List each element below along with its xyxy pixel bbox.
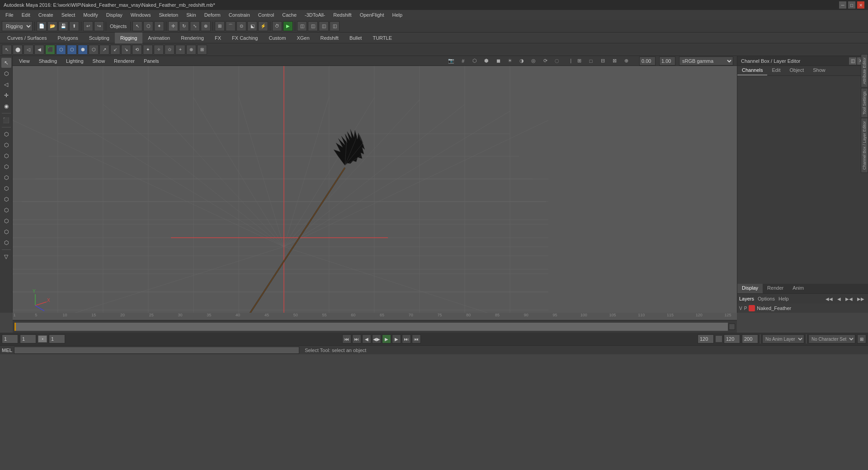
vp-wireframe-btn[interactable]: ⬡ (471, 57, 479, 65)
layer11-btn[interactable]: ⬡ (1, 238, 11, 248)
vp-region-btn[interactable]: ⊠ (610, 57, 618, 65)
menu-cache[interactable]: Cache (278, 11, 300, 19)
transport-go-end[interactable]: ⏮ (412, 334, 421, 343)
redo-button[interactable]: ↪ (94, 21, 104, 31)
lasso-tool-btn[interactable]: ⬡ (1, 69, 11, 79)
minimize-button[interactable]: ─ (839, 1, 846, 9)
current-frame-input[interactable] (20, 334, 36, 343)
end-frame-input[interactable] (698, 334, 714, 343)
tab-fx[interactable]: FX (209, 33, 226, 43)
vp-camera-btn[interactable]: 📷 (447, 57, 455, 65)
layer10-btn[interactable]: ⬡ (1, 227, 11, 237)
menu-create[interactable]: Create (35, 11, 57, 19)
snap-live-button[interactable]: ⚡ (258, 21, 268, 31)
timeline-track[interactable] (14, 323, 728, 331)
select-mode-button[interactable]: ↖ (132, 21, 142, 31)
shelf-tool14[interactable]: ✦ (143, 45, 153, 55)
rotate-tool-button[interactable]: ↻ (179, 21, 189, 31)
layer-ctrl-4[interactable]: ▶▶ (855, 296, 866, 302)
layer5-btn[interactable]: ⬡ (1, 173, 11, 183)
lasso-select-button[interactable]: ⬡ (143, 21, 153, 31)
render-button[interactable]: ▶ (283, 21, 293, 31)
vp-menu-lighting[interactable]: Lighting (63, 57, 86, 65)
vp-menu-show[interactable]: Show (90, 57, 108, 65)
snap-point-button[interactable]: ⊙ (236, 21, 246, 31)
tab-xgen[interactable]: XGen (291, 33, 315, 43)
vp-light-btn[interactable]: ☀ (506, 57, 514, 65)
move-tool-button[interactable]: ✛ (168, 21, 178, 31)
paint-select-button[interactable]: ✦ (154, 21, 164, 31)
save-file-button[interactable]: 💾 (58, 21, 68, 31)
mel-input[interactable] (14, 347, 299, 354)
vp-gamma-input[interactable] (659, 56, 675, 66)
shelf-tool11[interactable]: ↙ (110, 45, 120, 55)
tab-bullet[interactable]: Bullet (344, 33, 368, 43)
vp-motion-btn[interactable]: ⟳ (541, 57, 549, 65)
shelf-tool5[interactable]: ⬛ (45, 45, 55, 55)
layer-ctrl-2[interactable]: ◀ (835, 296, 843, 302)
show-ui-button[interactable]: ◫ (297, 21, 307, 31)
tool-settings-tab[interactable]: Tool Settings (861, 88, 868, 118)
select-tool-btn[interactable]: ↖ (1, 58, 11, 68)
tab-show[interactable]: Show (808, 66, 830, 75)
shelf-tool13[interactable]: ⟲ (132, 45, 142, 55)
menu-skin[interactable]: Skin (183, 11, 199, 19)
anim-layer-select[interactable]: No Anim Layer (762, 334, 804, 343)
close-button[interactable]: ✕ (857, 1, 864, 9)
menu-redshift[interactable]: Redshift (330, 11, 355, 19)
misc-btn[interactable]: ▽ (1, 252, 11, 262)
shelf-select[interactable]: ↖ (2, 45, 12, 55)
universal-manip-button[interactable]: ⊕ (201, 21, 211, 31)
frame-input2[interactable] (49, 334, 65, 343)
transport-go-start[interactable]: ⏮ (342, 334, 351, 343)
vp-menu-view[interactable]: View (16, 57, 33, 65)
tab-options[interactable]: Options (758, 296, 775, 301)
transport-play-back[interactable]: ◀▶ (372, 334, 381, 343)
menu-deform[interactable]: Deform (201, 11, 224, 19)
shelf-paint[interactable]: ⬤ (13, 45, 23, 55)
new-file-button[interactable]: 📄 (37, 21, 47, 31)
vp-solid-btn[interactable]: ⬢ (482, 57, 491, 65)
tab-anim[interactable]: Anim (788, 284, 808, 293)
tab-polygons[interactable]: Polygons (52, 33, 83, 43)
vp-menu-panels[interactable]: Panels (141, 57, 162, 65)
menu-help[interactable]: Help (388, 11, 406, 19)
vp-menu-shading[interactable]: Shading (36, 57, 60, 65)
paint-tool-btn[interactable]: ◁ (1, 80, 11, 89)
vp-menu-renderer[interactable]: Renderer (111, 57, 137, 65)
shelf-tool19[interactable]: ⊞ (197, 45, 207, 55)
layer-ctrl-1[interactable]: ◀◀ (824, 296, 835, 302)
tab-custom[interactable]: Custom (264, 33, 292, 43)
tab-curves-surfaces[interactable]: Curves / Surfaces (2, 33, 52, 43)
menu-3dtoall[interactable]: -3DToAll- (301, 11, 329, 19)
viewport-3d[interactable]: Y X persp M (13, 66, 737, 313)
menu-openflight[interactable]: OpenFlight (356, 11, 388, 19)
shelf-tool3[interactable]: ◁ (24, 45, 33, 55)
timeline-scrollbar[interactable] (729, 324, 735, 330)
tab-sculpting[interactable]: Sculpting (84, 33, 115, 43)
transport-play[interactable]: ▶ (382, 334, 391, 343)
move-tool-btn[interactable]: ✛ (1, 90, 11, 100)
tab-channels[interactable]: Channels (737, 66, 767, 75)
import-button[interactable]: ⬆ (69, 21, 79, 31)
anim-end-input[interactable] (724, 334, 740, 343)
open-file-button[interactable]: 📂 (47, 21, 57, 31)
menu-skeleton[interactable]: Skeleton (155, 11, 182, 19)
shelf-tool10[interactable]: ↗ (99, 45, 109, 55)
vp-colorspace-select[interactable]: sRGB gamma (679, 56, 733, 66)
snap-view-button[interactable]: ⬕ (247, 21, 257, 31)
vp-hud-btn[interactable]: ⊞ (575, 57, 583, 65)
tab-display[interactable]: Display (737, 284, 763, 293)
tab-fxcaching[interactable]: FX Caching (226, 33, 263, 43)
layer2-btn[interactable]: ⬡ (1, 140, 11, 150)
tab-redshift[interactable]: Redshift (315, 33, 344, 43)
char-set-btn[interactable]: ⊞ (857, 334, 866, 343)
shelf-tool17[interactable]: + (175, 45, 185, 55)
layer-playback[interactable]: P (744, 306, 747, 311)
layer-ctrl-3[interactable]: ▶◀ (844, 296, 854, 302)
shelf-tool15[interactable]: ✧ (154, 45, 164, 55)
show-ui4-button[interactable]: ◫ (330, 21, 340, 31)
layer3-btn[interactable]: ⬡ (1, 151, 11, 161)
layer-visibility[interactable]: V (739, 306, 742, 311)
show-ui3-button[interactable]: ◫ (319, 21, 329, 31)
